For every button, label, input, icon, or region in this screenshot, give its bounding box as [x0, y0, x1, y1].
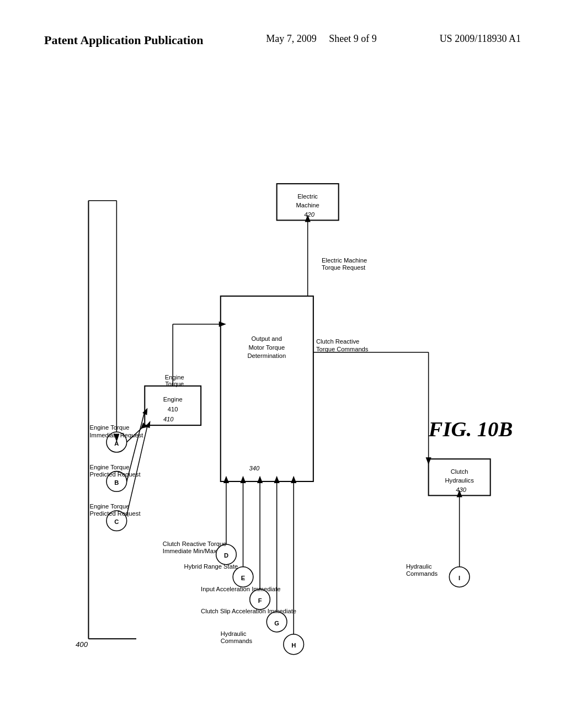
crt-cmd-label2: Torque Commands	[316, 346, 369, 352]
label-a1: Engine Torque	[89, 424, 129, 431]
sheet-info: Sheet 9 of 9	[329, 33, 376, 44]
circle-b: B	[114, 479, 119, 486]
circle-e: E	[241, 575, 246, 581]
circle-f: F	[258, 597, 262, 604]
ref-410: 410	[163, 416, 174, 422]
em-torque-req-label2: Torque Request	[322, 264, 366, 271]
ref-430: 430	[456, 486, 466, 493]
label-h1: Hydraulic	[221, 630, 247, 637]
label-c2: Predicted Request	[89, 510, 141, 517]
label-c1: Engine Torque	[89, 503, 129, 510]
circle-i: I	[459, 575, 460, 581]
omtd-label3: Determination	[247, 352, 286, 359]
crt-cmd-label1: Clutch Reactive	[316, 338, 359, 345]
ref-420: 420	[304, 211, 315, 218]
label-b2: Predicted Request	[89, 471, 141, 478]
label-g1: Clutch Slip Acceleration Immediate	[201, 608, 296, 614]
label-f1: Input Acceleration Immediate	[201, 586, 280, 592]
ch-label1: Clutch	[451, 468, 468, 475]
omtd-label2: Motor Torque	[248, 344, 285, 351]
header-center: May 7, 2009 Sheet 9 of 9	[266, 33, 376, 45]
ch-label2: Hydraulics	[445, 477, 475, 484]
em-torque-req-label1: Electric Machine	[322, 257, 367, 264]
label-d2: Immediate Min/Max	[163, 548, 217, 554]
em-label1: Electric	[297, 193, 318, 200]
publication-title: Patent Application Publication	[44, 33, 203, 47]
engine-torque-label1: Engine	[165, 374, 184, 381]
engine-label: Engine	[163, 396, 183, 403]
circle-c: C	[114, 518, 119, 525]
omtd-label1: Output and	[252, 335, 282, 342]
patent-diagram: FIG. 10B 400 Engine 410 410 Electric Mac…	[33, 88, 543, 695]
label-e1: Hybrid Range State	[184, 563, 238, 570]
page-header: Patent Application Publication May 7, 20…	[0, 33, 565, 47]
svg-rect-5	[221, 296, 313, 481]
engine-torque-label2: Torque	[165, 381, 184, 387]
patent-number: US 2009/118930 A1	[440, 33, 521, 45]
label-h2: Commands	[221, 638, 253, 644]
label-d1: Clutch Reactive Torque	[163, 540, 226, 547]
label-b1: Engine Torque	[89, 464, 129, 470]
label-i2: Commands	[406, 570, 438, 577]
figure-label: FIG. 10B	[428, 417, 513, 441]
circle-d: D	[224, 552, 228, 559]
circle-g: G	[274, 620, 279, 627]
ref-340: 340	[249, 465, 260, 472]
em-label2: Machine	[296, 202, 319, 208]
ref-400: 400	[76, 640, 88, 649]
publication-date: May 7, 2009	[266, 33, 317, 44]
circle-h: H	[291, 642, 296, 649]
engine-label2: 410	[168, 406, 178, 413]
label-i1: Hydraulic	[406, 563, 432, 570]
